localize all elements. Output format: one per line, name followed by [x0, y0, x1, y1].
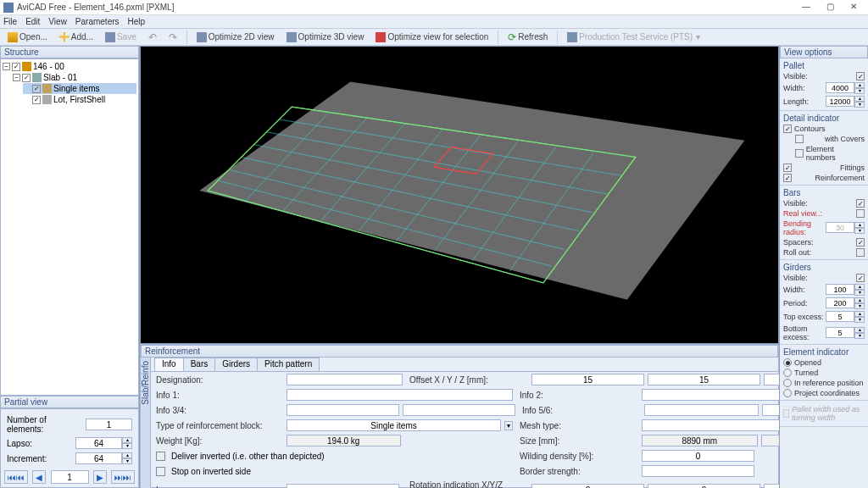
minimize-button[interactable]: —	[795, 1, 817, 14]
pallet-length-input[interactable]	[826, 96, 854, 107]
add-button[interactable]: Add...	[55, 30, 97, 44]
opt2d-button[interactable]: Optimize 2D view	[192, 30, 279, 44]
bendrad-input[interactable]	[826, 222, 854, 233]
bstr-input[interactable]	[642, 465, 754, 477]
pallet-visible-checkbox[interactable]: ✓	[856, 72, 865, 80]
optsel-button[interactable]: Optimize view for selection	[371, 30, 492, 44]
title-bar: AviCAD Free - Element_146.pxml [PXML] — …	[0, 0, 868, 15]
info1-input[interactable]	[287, 389, 513, 401]
bars-visible-checkbox[interactable]: ✓	[856, 199, 865, 208]
menu-view[interactable]: View	[48, 17, 67, 26]
first-page-button[interactable]: ⏮⏮	[4, 470, 28, 484]
type-select[interactable]	[287, 419, 501, 431]
spin-up[interactable]: ▴	[122, 452, 132, 458]
pts-button[interactable]: Production Test Service (PTS)▾	[563, 30, 704, 44]
proj-radio[interactable]	[783, 389, 792, 397]
wdens-input[interactable]	[642, 450, 754, 462]
refresh-button[interactable]: ⟳Refresh	[504, 30, 552, 45]
laps-input[interactable]	[75, 437, 122, 449]
menu-parameters[interactable]: Parameters	[75, 17, 120, 26]
info4-input[interactable]	[403, 404, 515, 416]
tree-checkbox[interactable]: ✓	[22, 74, 31, 82]
pallet-width-input[interactable]	[826, 82, 854, 93]
tree-checkbox[interactable]: ✓	[32, 96, 41, 104]
roty-input[interactable]	[648, 484, 760, 488]
dropdown-icon[interactable]: ▾	[504, 421, 513, 430]
partial-view-panel: Number of elements: Lapso:▴▾ Increment:▴…	[0, 408, 139, 488]
expand-icon[interactable]: −	[3, 63, 10, 70]
tab-pitch[interactable]: Pitch pattern	[257, 358, 320, 371]
element-icon	[22, 62, 31, 71]
menu-file[interactable]: File	[3, 17, 17, 26]
pts-icon	[567, 32, 577, 42]
svg-marker-0	[199, 81, 744, 299]
tree-lot[interactable]: Lot, FirstShell	[53, 95, 105, 104]
rotx-input[interactable]	[531, 484, 644, 488]
tab-bars[interactable]: Bars	[183, 358, 216, 371]
undo-button[interactable]: ↶	[144, 30, 161, 45]
close-button[interactable]: ✕	[843, 1, 865, 14]
inref-radio[interactable]	[783, 379, 792, 387]
girders-visible-checkbox[interactable]: ✓	[856, 274, 865, 282]
vertical-tab[interactable]: Slab/Reinfo	[141, 358, 151, 488]
tab-info[interactable]: Info	[154, 358, 184, 371]
opened-radio[interactable]	[783, 358, 792, 367]
deliver-checkbox[interactable]	[156, 452, 165, 461]
layer-input[interactable]	[287, 484, 399, 488]
page-input[interactable]	[51, 470, 89, 484]
covers-checkbox[interactable]	[795, 135, 804, 143]
reinforce-checkbox[interactable]: ✓	[783, 174, 792, 182]
tree-single[interactable]: Single items	[53, 84, 99, 93]
info3-input[interactable]	[287, 404, 399, 416]
tree-checkbox[interactable]: ✓	[32, 85, 41, 93]
save-button[interactable]: Save	[101, 30, 141, 44]
spin-up[interactable]: ▴	[122, 437, 132, 443]
incr-input[interactable]	[75, 452, 122, 464]
period-input[interactable]	[826, 297, 854, 308]
menu-help[interactable]: Help	[128, 17, 146, 26]
disk-icon	[105, 32, 115, 42]
open-button[interactable]: Open...	[3, 30, 52, 44]
prev-page-button[interactable]: ◀	[32, 470, 46, 484]
botex-input[interactable]	[826, 327, 854, 338]
spin-down[interactable]: ▾	[122, 458, 132, 464]
rollout-checkbox[interactable]	[856, 248, 865, 257]
realview-checkbox[interactable]	[856, 209, 865, 218]
app-icon	[3, 3, 14, 13]
next-page-button[interactable]: ▶	[93, 470, 107, 484]
3d-viewport[interactable]	[140, 46, 779, 344]
tab-girders[interactable]: Girders	[214, 358, 258, 371]
designation-input[interactable]	[287, 374, 403, 385]
tree-root[interactable]: 146 - 00	[33, 62, 64, 71]
elind-header: Element indicator	[783, 347, 865, 358]
maximize-button[interactable]: ▢	[819, 1, 841, 14]
spacers-checkbox[interactable]: ✓	[856, 238, 865, 247]
incr-label: Increment:	[6, 452, 73, 465]
spin-down[interactable]: ▾	[122, 443, 132, 449]
stop-checkbox[interactable]	[156, 467, 165, 476]
girder-width-input[interactable]	[826, 284, 854, 295]
girders-header: Girders	[783, 262, 865, 273]
info5-input[interactable]	[644, 404, 759, 416]
expand-icon[interactable]: −	[13, 74, 20, 81]
menu-bar: File Edit View Parameters Help	[0, 15, 868, 29]
numel-input[interactable]	[86, 419, 132, 430]
redo-button[interactable]: ↷	[164, 30, 181, 45]
partial-header: Partial view	[0, 396, 139, 408]
tree-slab[interactable]: Slab - 01	[43, 73, 77, 82]
offx-input[interactable]	[531, 374, 644, 385]
opt3d-button[interactable]: Optimize 3D view	[282, 30, 369, 44]
menu-edit[interactable]: Edit	[25, 17, 40, 26]
refresh-icon: ⟳	[508, 31, 516, 43]
fittings-checkbox[interactable]: ✓	[783, 164, 792, 172]
layer-label: Layer:	[156, 485, 283, 489]
structure-tree[interactable]: −✓146 - 00 −✓Slab - 01 −✓Single items −✓…	[0, 58, 139, 396]
turned-radio[interactable]	[783, 369, 792, 377]
topex-input[interactable]	[826, 311, 854, 322]
tree-checkbox[interactable]: ✓	[12, 63, 20, 71]
elnum-checkbox[interactable]	[795, 149, 804, 158]
offy-input[interactable]	[648, 374, 760, 385]
last-page-button[interactable]: ⏭⏭	[111, 470, 135, 484]
contours-checkbox[interactable]: ✓	[783, 125, 792, 133]
weight-output	[287, 435, 401, 446]
